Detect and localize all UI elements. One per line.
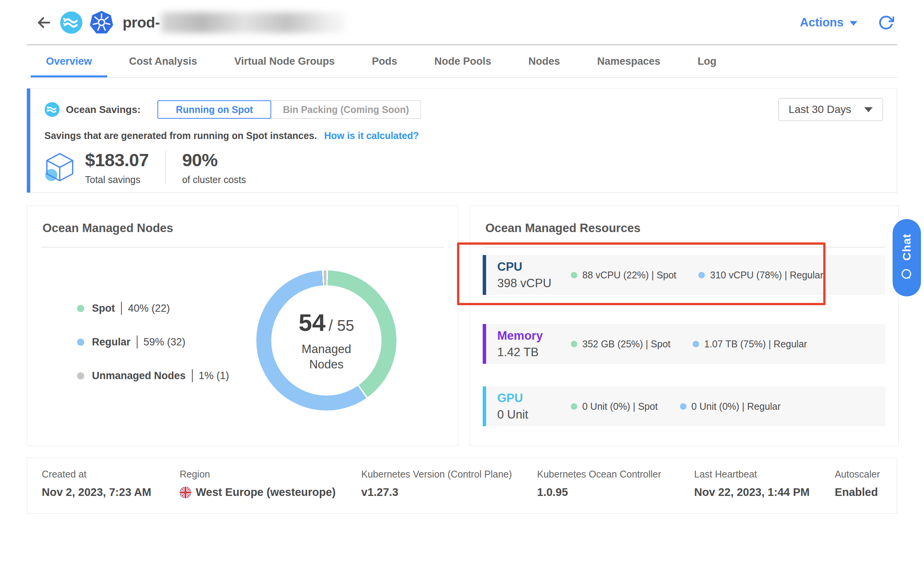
memory-details: 352 GB (25%) | Spot 1.07 TB (75%) | Regu… bbox=[571, 339, 807, 350]
legend-item-spot: Spot 40% (22) bbox=[77, 302, 229, 315]
cpu-details: 88 vCPU (22%) | Spot 310 vCPU (78%) | Re… bbox=[571, 270, 823, 281]
chat-label: Chat bbox=[900, 234, 913, 261]
tab-overview[interactable]: Overview bbox=[46, 56, 92, 67]
managed-nodes-donut-center: 54 / 55 Managed Nodes bbox=[271, 285, 382, 396]
spot-dot-icon bbox=[77, 305, 84, 312]
managed-nodes-donut-ring: 54 / 55 Managed Nodes bbox=[256, 270, 396, 411]
spot-dot-icon bbox=[571, 403, 577, 410]
regular-dot-icon bbox=[680, 403, 686, 410]
savings-view-toggle: Running on Spot Bin Packing (Coming Soon… bbox=[157, 100, 421, 119]
tab-virtual-node-groups[interactable]: Virtual Node Groups bbox=[234, 56, 335, 67]
regular-dot-icon bbox=[693, 341, 699, 347]
refresh-button[interactable] bbox=[877, 14, 895, 31]
info-created-at: Created at Nov 2, 2023, 7:23 AM bbox=[42, 469, 151, 499]
tabbar-divider bbox=[27, 77, 897, 78]
info-region: Region West Europe (westeurope) bbox=[180, 469, 336, 499]
memory-name: Memory bbox=[497, 329, 571, 343]
period-dropdown-value: Last 30 Days bbox=[789, 103, 851, 116]
memory-info: Memory 1.42 TB bbox=[497, 329, 571, 359]
ocean-cluster-dashboard: prod- Actions Overview Cost Analysis Vir… bbox=[0, 0, 924, 566]
spot-dot-icon bbox=[571, 272, 577, 278]
total-savings-block: $183.07 Total savings bbox=[85, 149, 149, 185]
regular-dot-icon bbox=[77, 339, 84, 346]
tab-node-pools[interactable]: Node Pools bbox=[434, 56, 491, 67]
percent-caption: of cluster costs bbox=[182, 174, 246, 185]
uk-flag-icon bbox=[180, 487, 191, 498]
savings-label-text: Ocean Savings: bbox=[66, 104, 141, 116]
savings-figures: $183.07 Total savings 90% of cluster cos… bbox=[44, 149, 246, 185]
memory-regular-text: 1.07 TB (75%) | Regular bbox=[704, 339, 807, 350]
info-autoscaler: Autoscaler Enabled bbox=[835, 469, 880, 499]
memory-total: 1.42 TB bbox=[497, 345, 571, 359]
info-label: Last Heartbeat bbox=[694, 469, 809, 480]
header: prod- Actions bbox=[0, 0, 924, 45]
legend-label: Unmanaged Nodes bbox=[92, 370, 186, 382]
gpu-spot-detail: 0 Unit (0%) | Spot bbox=[571, 401, 658, 412]
memory-regular-detail: 1.07 TB (75%) | Regular bbox=[693, 339, 807, 350]
resource-row-memory: Memory 1.42 TB 352 GB (25%) | Spot 1.07 … bbox=[483, 324, 885, 364]
legend-label: Regular bbox=[92, 336, 131, 348]
cpu-spot-detail: 88 vCPU (22%) | Spot bbox=[571, 270, 676, 281]
savings-section-label: Ocean Savings: bbox=[44, 102, 141, 117]
tab-pods[interactable]: Pods bbox=[372, 56, 397, 67]
donut-value: 54 bbox=[299, 309, 326, 336]
cluster-name-redacted bbox=[161, 12, 345, 33]
legend-separator bbox=[137, 335, 138, 348]
figures-divider bbox=[165, 151, 166, 184]
donut-total: / 55 bbox=[329, 317, 354, 334]
toggle-running-on-spot[interactable]: Running on Spot bbox=[157, 100, 271, 119]
legend-value: 40% (22) bbox=[128, 303, 170, 314]
info-value: v1.27.3 bbox=[361, 486, 512, 499]
tab-bar: Overview Cost Analysis Virtual Node Grou… bbox=[0, 45, 924, 77]
legend-value: 59% (32) bbox=[144, 336, 186, 348]
cpu-accent-bar bbox=[483, 255, 486, 295]
region-value: West Europe (westeurope) bbox=[196, 486, 336, 499]
cpu-info: CPU 398 vCPU bbox=[497, 260, 571, 290]
period-dropdown[interactable]: Last 30 Days bbox=[778, 98, 883, 121]
tab-cost-analysis[interactable]: Cost Analysis bbox=[129, 56, 197, 67]
managed-resources-divider bbox=[484, 247, 885, 247]
memory-spot-text: 352 GB (25%) | Spot bbox=[582, 339, 670, 350]
managed-resources-panel: Ocean Managed Resources CPU 398 vCPU 88 … bbox=[470, 206, 899, 446]
legend-item-regular: Regular 59% (32) bbox=[77, 335, 229, 348]
info-value: Enabled bbox=[835, 486, 880, 499]
header-actions: Actions bbox=[800, 14, 895, 31]
cluster-info-bar: Created at Nov 2, 2023, 7:23 AM Region bbox=[27, 458, 897, 514]
savings-description: Savings that are generated from running … bbox=[44, 130, 317, 141]
gpu-regular-text: 0 Unit (0%) | Regular bbox=[691, 401, 781, 412]
info-label: Region bbox=[180, 469, 336, 480]
ocean-savings-icon bbox=[44, 102, 60, 117]
memory-accent-bar bbox=[483, 324, 486, 364]
percent-value: 90% bbox=[182, 149, 246, 170]
total-savings-amount: $183.07 bbox=[85, 149, 149, 170]
tab-nodes[interactable]: Nodes bbox=[528, 56, 560, 67]
chat-bubble-icon bbox=[900, 268, 914, 282]
savings-cube-icon bbox=[44, 152, 75, 183]
gpu-name: GPU bbox=[497, 391, 571, 405]
back-button[interactable] bbox=[34, 13, 54, 33]
regular-dot-icon bbox=[698, 272, 705, 278]
info-value: Nov 2, 2023, 7:23 AM bbox=[42, 486, 151, 499]
back-arrow-icon bbox=[35, 14, 52, 31]
legend-separator bbox=[192, 369, 193, 382]
info-label: Kubernetes Version (Control Plane) bbox=[361, 469, 512, 480]
actions-label: Actions bbox=[800, 16, 844, 29]
chat-button[interactable]: Chat bbox=[893, 219, 921, 296]
tab-log[interactable]: Log bbox=[698, 56, 716, 67]
cpu-regular-text: 310 vCPU (78%) | Regular bbox=[710, 270, 823, 281]
tab-namespaces[interactable]: Namespaces bbox=[597, 56, 660, 67]
resource-row-cpu: CPU 398 vCPU 88 vCPU (22%) | Spot 310 vC… bbox=[483, 255, 885, 295]
gpu-total: 0 Unit bbox=[497, 408, 571, 422]
info-value: Nov 22, 2023, 1:44 PM bbox=[694, 486, 809, 499]
memory-spot-detail: 352 GB (25%) | Spot bbox=[571, 339, 670, 350]
cpu-regular-detail: 310 vCPU (78%) | Regular bbox=[698, 270, 823, 281]
actions-button[interactable]: Actions bbox=[800, 16, 857, 29]
refresh-icon bbox=[878, 15, 894, 31]
how-calculated-link[interactable]: How is it calculated? bbox=[324, 130, 419, 141]
donut-number: 54 / 55 bbox=[299, 309, 354, 336]
legend-separator bbox=[121, 302, 122, 315]
kubernetes-logo-icon bbox=[90, 11, 113, 34]
legend-value: 1% (1) bbox=[199, 370, 229, 382]
toggle-bin-packing[interactable]: Bin Packing (Coming Soon) bbox=[271, 100, 421, 119]
info-k8s-version: Kubernetes Version (Control Plane) v1.27… bbox=[361, 469, 512, 499]
